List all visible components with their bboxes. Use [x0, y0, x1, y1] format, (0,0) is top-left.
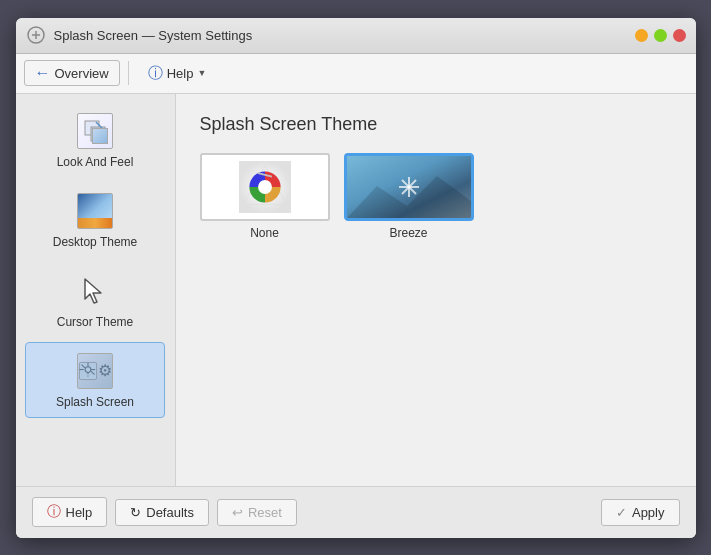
sidebar-item-splash-screen[interactable]: Splash Screen [25, 342, 165, 418]
help-bottom-icon: ⓘ [47, 503, 61, 521]
none-theme-label: None [250, 226, 279, 240]
theme-grid: None [200, 153, 672, 240]
defaults-icon: ↻ [130, 505, 141, 520]
minimize-button[interactable] [635, 29, 648, 42]
sidebar-desktop-theme-label: Desktop Theme [53, 235, 138, 249]
maximize-button[interactable] [654, 29, 667, 42]
help-bottom-label: Help [66, 505, 93, 520]
theme-item-none[interactable]: None [200, 153, 330, 240]
defaults-label: Defaults [146, 505, 194, 520]
breeze-image [347, 156, 471, 218]
none-theme-image [239, 161, 291, 213]
window-title: Splash Screen — System Settings [54, 28, 635, 43]
sidebar-look-and-feel-label: Look And Feel [57, 155, 134, 169]
reset-label: Reset [248, 505, 282, 520]
sidebar-splash-screen-label: Splash Screen [56, 395, 134, 409]
theme-preview-breeze [344, 153, 474, 221]
look-and-feel-icon [75, 111, 115, 151]
reset-icon: ↩ [232, 505, 243, 520]
overview-button[interactable]: ← Overview [24, 60, 120, 86]
theme-preview-none [200, 153, 330, 221]
help-bottom-button[interactable]: ⓘ Help [32, 497, 108, 527]
splash-screen-icon [75, 351, 115, 391]
svg-point-19 [258, 180, 272, 194]
cursor-theme-icon [75, 271, 115, 311]
reset-button[interactable]: ↩ Reset [217, 499, 297, 526]
help-button[interactable]: ⓘ Help ▼ [137, 59, 218, 88]
apply-check-icon: ✓ [616, 505, 627, 520]
toolbar: ← Overview ⓘ Help ▼ [16, 54, 696, 94]
theme-item-breeze[interactable]: Breeze [344, 153, 474, 240]
defaults-button[interactable]: ↻ Defaults [115, 499, 209, 526]
main-window: Splash Screen — System Settings ← Overvi… [16, 18, 696, 538]
sidebar-cursor-theme-label: Cursor Theme [57, 315, 133, 329]
main-content: Look And Feel Desktop Theme Cu [16, 94, 696, 486]
content-area: Splash Screen Theme [176, 94, 696, 486]
desktop-theme-icon [75, 191, 115, 231]
breeze-theme-image [347, 156, 471, 218]
close-button[interactable] [673, 29, 686, 42]
apply-label: Apply [632, 505, 665, 520]
sidebar-item-look-and-feel[interactable]: Look And Feel [25, 102, 165, 178]
back-arrow-icon: ← [35, 64, 51, 82]
sidebar-item-desktop-theme[interactable]: Desktop Theme [25, 182, 165, 258]
window-controls [635, 29, 686, 42]
help-label: Help [167, 66, 194, 81]
content-title: Splash Screen Theme [200, 114, 672, 135]
sidebar-item-cursor-theme[interactable]: Cursor Theme [25, 262, 165, 338]
help-circle-icon: ⓘ [148, 64, 163, 83]
breeze-theme-label: Breeze [389, 226, 427, 240]
sidebar: Look And Feel Desktop Theme Cu [16, 94, 176, 486]
overview-label: Overview [55, 66, 109, 81]
toolbar-separator [128, 61, 129, 85]
svg-point-15 [87, 373, 90, 376]
titlebar: Splash Screen — System Settings [16, 18, 696, 54]
svg-rect-4 [91, 127, 105, 141]
apply-button[interactable]: ✓ Apply [601, 499, 680, 526]
app-icon [26, 25, 46, 45]
bottombar: ⓘ Help ↻ Defaults ↩ Reset ✓ Apply [16, 486, 696, 538]
chevron-down-icon: ▼ [197, 68, 206, 78]
svg-marker-6 [85, 279, 101, 303]
